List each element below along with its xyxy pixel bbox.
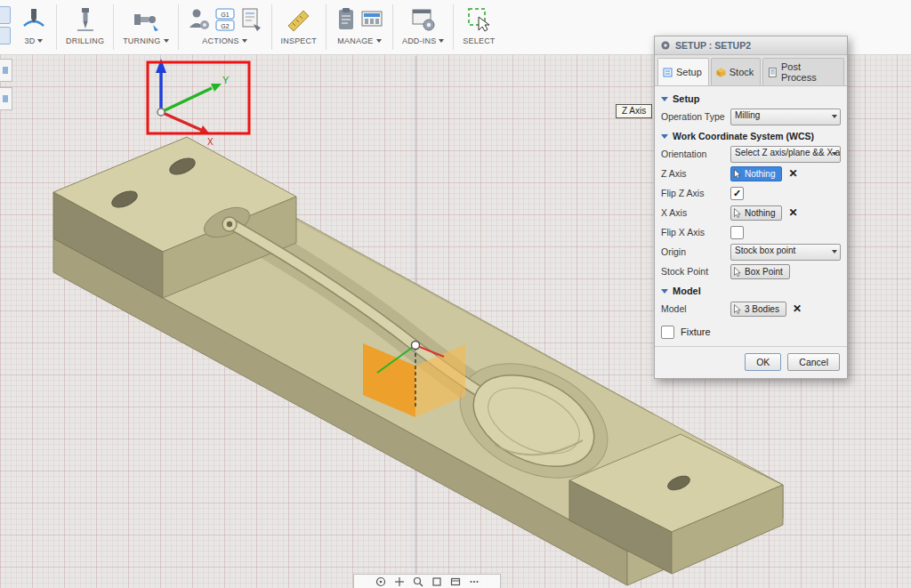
toolbar-group-drilling[interactable]: DRILLING [58, 0, 112, 54]
toolbar-group-3d[interactable]: 3D [12, 0, 55, 54]
row-model: Model 3 Bodies ✕ [661, 299, 841, 318]
collapse-triangle-icon [661, 289, 668, 294]
toolbar-group-select[interactable]: SELECT [455, 0, 503, 54]
collapse-triangle-icon [661, 134, 668, 139]
toolbar-clipped-icons [0, 0, 12, 54]
pan-icon[interactable] [394, 576, 405, 587]
y-axis-label: Y [222, 75, 230, 85]
toolbar-label: ACTIONS [202, 36, 238, 45]
row-origin: Origin Stock box point [661, 242, 841, 262]
drilling-icon [74, 6, 97, 33]
toolbar-label: TURNING [123, 36, 160, 45]
dialog-titlebar[interactable]: SETUP : SETUP2 [655, 36, 847, 55]
toolbar-label: INSPECT [281, 36, 317, 45]
clipped-icon [0, 27, 11, 44]
field-label: Model [661, 303, 730, 314]
clear-model-button[interactable]: ✕ [793, 303, 802, 314]
section-model[interactable]: Model [661, 281, 841, 299]
toolbar-group-actions[interactable]: G1 G2 ACTIONS [180, 0, 270, 54]
toolbar-divider [56, 4, 57, 50]
generate-icon [188, 6, 211, 33]
field-label: Orientation [661, 149, 730, 159]
origin-point[interactable] [412, 342, 420, 350]
clear-z-axis-button[interactable]: ✕ [788, 168, 797, 179]
row-flip-x: Flip X Axis [661, 222, 841, 242]
cursor-icon [734, 267, 741, 277]
toolbar-group-add-ins[interactable]: ADD-INS [394, 0, 452, 54]
tab-post-process[interactable]: Post Process [762, 58, 844, 85]
row-x-axis: X Axis Nothing ✕ [661, 203, 841, 222]
toolbar-divider [392, 4, 393, 50]
fixture-checkbox[interactable] [661, 326, 674, 339]
stock-tab-icon [716, 68, 726, 77]
y-axis-arrow[interactable] [211, 84, 222, 92]
operation-type-select[interactable]: Milling [730, 109, 841, 125]
post-process-tab-icon [768, 68, 778, 77]
tab-stock[interactable]: Stock [711, 58, 762, 85]
origin-select[interactable]: Stock box point [730, 244, 841, 261]
x-axis-selection-button[interactable]: Nothing [730, 205, 782, 221]
grid-settings-icon[interactable] [469, 576, 480, 587]
toolbar-group-turning[interactable]: TURNING [115, 0, 176, 54]
collapse-triangle-icon [661, 97, 668, 101]
add-ins-icon [411, 6, 436, 33]
toolbar-label: MANAGE [337, 36, 373, 45]
row-orientation: Orientation Select Z axis/plane && X a [661, 144, 841, 164]
3d-milling-icon [20, 6, 47, 33]
z-axis-tooltip: Z Axis [616, 104, 652, 118]
orientation-select[interactable]: Select Z axis/plane && X a [730, 146, 841, 163]
field-label: Z Axis [661, 168, 730, 179]
stock-point-selection-button[interactable]: Box Point [730, 264, 790, 279]
setup-dialog: SETUP : SETUP2 Setup Stock Post Process [654, 36, 848, 379]
dialog-title: SETUP : SETUP2 [675, 40, 751, 51]
cursor-icon [734, 169, 741, 179]
x-axis-label: X [207, 137, 214, 147]
zoom-icon[interactable] [413, 576, 423, 587]
clipped-icon [0, 6, 11, 24]
row-stock-point: Stock Point Box Point [661, 262, 841, 281]
cancel-button[interactable]: Cancel [787, 353, 840, 371]
setup-icon [660, 40, 671, 51]
panel-toggle-icon[interactable] [0, 59, 12, 82]
z-axis-arrow[interactable] [156, 59, 166, 73]
machine-library-icon [360, 6, 383, 33]
toolbar-divider [271, 4, 272, 50]
chevron-down-icon [832, 115, 837, 118]
field-label: X Axis [661, 207, 730, 218]
toolbar-label: DRILLING [66, 36, 104, 45]
orbit-icon[interactable] [375, 576, 386, 587]
toolbar-divider [326, 4, 327, 50]
setup-sheet-icon [239, 6, 262, 33]
ok-button[interactable]: OK [745, 353, 781, 371]
display-settings-icon[interactable] [450, 576, 461, 587]
model-selection-button[interactable]: 3 Bodies [730, 302, 786, 317]
dropdown-caret-icon [37, 39, 43, 43]
row-operation-type: Operation Type Milling [661, 107, 841, 126]
fit-view-icon[interactable] [431, 576, 442, 587]
toolbar-label: 3D [25, 36, 36, 45]
triad-origin[interactable] [157, 109, 165, 116]
field-label: Operation Type [661, 111, 730, 122]
section-setup[interactable]: Setup [661, 89, 841, 107]
dropdown-caret-icon [376, 39, 382, 43]
clear-x-axis-button[interactable]: ✕ [788, 207, 797, 218]
field-label: Flip X Axis [661, 227, 730, 238]
z-axis-selection-button[interactable]: Nothing [730, 166, 782, 181]
post-process-icon: G1 G2 [214, 6, 236, 33]
flip-z-checkbox[interactable]: ✓ [730, 187, 744, 200]
tool-library-icon [335, 6, 357, 33]
toolbar-group-manage[interactable]: MANAGE [327, 0, 391, 54]
row-z-axis: Z Axis Nothing ✕ [661, 164, 841, 183]
select-icon [466, 6, 491, 33]
tab-setup[interactable]: Setup [657, 58, 709, 85]
panel-toggle-icon[interactable] [0, 87, 12, 110]
flip-x-checkbox[interactable] [730, 226, 744, 239]
view-navigation-bar[interactable] [353, 574, 501, 588]
field-label: Fixture [681, 326, 711, 337]
row-fixture: Fixture [661, 318, 841, 343]
setup-tab-icon [663, 68, 673, 77]
toolbar-divider [178, 4, 179, 50]
cursor-icon [734, 208, 741, 218]
section-wcs[interactable]: Work Coordinate System (WCS) [661, 126, 841, 144]
toolbar-group-inspect[interactable]: INSPECT [273, 0, 325, 54]
